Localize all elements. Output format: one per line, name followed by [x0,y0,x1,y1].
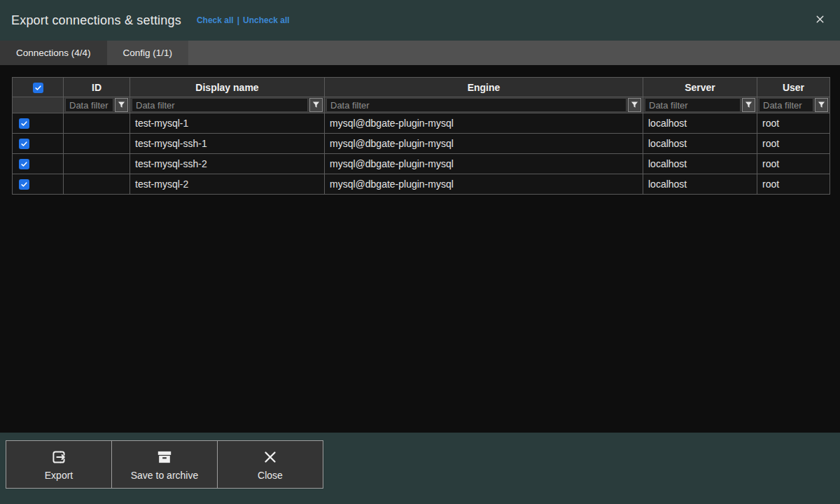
cell-engine: mysql@dbgate-plugin-mysql [325,113,643,134]
row-checkbox[interactable] [19,159,29,169]
uncheck-all-link[interactable]: Uncheck all [243,15,290,25]
select-all-checkbox[interactable] [33,83,43,93]
funnel-icon [818,100,825,111]
display-name-filter-input[interactable] [132,98,308,112]
id-filter-input[interactable] [65,98,113,112]
cell-server: localhost [643,134,757,154]
column-header-id: ID [64,78,130,97]
export-button[interactable]: Export [6,440,112,489]
cell-display-name: test-mysql-2 [130,174,325,195]
cell-engine: mysql@dbgate-plugin-mysql [325,154,643,174]
tab-config[interactable]: Config (1/1) [107,41,189,65]
column-header-user: User [757,78,830,97]
column-header-server: Server [643,78,757,97]
tab-connections[interactable]: Connections (4/4) [0,41,107,65]
filter-row [13,97,830,113]
connections-table: ID Display name Engine Server User [12,77,830,195]
cell-display-name: test-mysql-1 [130,113,325,134]
cell-engine: mysql@dbgate-plugin-mysql [325,174,643,195]
cell-server: localhost [643,174,757,195]
dialog-title: Export connections & settings [11,13,181,28]
cell-server: localhost [643,154,757,174]
cell-display-name: test-mysql-ssh-1 [130,134,325,154]
save-to-archive-button-label: Save to archive [131,470,199,481]
engine-filter-button[interactable] [628,98,641,112]
filter-cell-id [64,97,130,113]
tab-bar: Connections (4/4) Config (1/1) [0,41,840,65]
dialog-footer: Export Save to archive Close [0,433,840,504]
export-button-label: Export [45,470,73,481]
row-checkbox[interactable] [19,139,29,149]
row-checkbox-cell [13,113,64,134]
filter-cell-engine [325,97,643,113]
funnel-icon [745,100,752,111]
filter-cell-server [643,97,757,113]
dialog-titlebar: Export connections & settings Check all … [0,0,840,41]
table-row: test-mysql-2mysql@dbgate-plugin-mysqlloc… [13,174,830,195]
filter-cell-empty [13,97,64,113]
archive-icon [155,448,174,466]
close-icon [262,448,279,466]
funnel-icon [631,100,638,111]
link-separator: | [237,15,239,25]
dialog-close-button[interactable] [812,13,827,28]
connections-table-area: ID Display name Engine Server User [0,65,840,433]
table-row: test-mysql-1mysql@dbgate-plugin-mysqlloc… [13,113,830,134]
filter-cell-display-name [130,97,325,113]
cell-user: root [757,134,830,154]
tab-connections-label: Connections (4/4) [16,48,91,58]
cell-display-name: test-mysql-ssh-2 [130,154,325,174]
user-filter-input[interactable] [759,98,813,112]
cell-user: root [757,174,830,195]
row-checkbox-cell [13,154,64,174]
table-row: test-mysql-ssh-2mysql@dbgate-plugin-mysq… [13,154,830,174]
cell-user: root [757,113,830,134]
cell-id [64,174,130,195]
cell-engine: mysql@dbgate-plugin-mysql [325,134,643,154]
row-checkbox[interactable] [19,179,29,190]
cell-id [64,154,130,174]
server-filter-input[interactable] [645,98,741,112]
cell-user: root [757,154,830,174]
filter-cell-user [757,97,830,113]
funnel-icon [312,100,320,111]
column-header-engine: Engine [325,78,643,97]
check-all-link[interactable]: Check all [197,15,234,25]
server-filter-button[interactable] [742,98,755,112]
export-dialog: Export connections & settings Check all … [0,0,840,504]
select-all-cell [13,78,64,97]
close-icon [814,13,826,28]
close-button-label: Close [258,470,283,481]
close-button[interactable]: Close [217,440,323,489]
save-to-archive-button[interactable]: Save to archive [111,440,218,489]
user-filter-button[interactable] [815,98,828,112]
header-links: Check all | Uncheck all [197,15,290,25]
engine-filter-input[interactable] [326,98,626,112]
funnel-icon [118,100,125,111]
row-checkbox-cell [13,134,64,154]
cell-server: localhost [643,113,757,134]
id-filter-button[interactable] [115,98,128,112]
table-row: test-mysql-ssh-1mysql@dbgate-plugin-mysq… [13,134,830,154]
header-row: ID Display name Engine Server User [13,78,830,97]
tab-config-label: Config (1/1) [123,48,173,58]
table-body: test-mysql-1mysql@dbgate-plugin-mysqlloc… [13,113,830,195]
column-header-display-name: Display name [130,78,325,97]
row-checkbox[interactable] [19,118,29,129]
cell-id [64,113,130,134]
export-icon [50,448,68,466]
row-checkbox-cell [13,174,64,195]
cell-id [64,134,130,154]
display-name-filter-button[interactable] [309,98,323,112]
